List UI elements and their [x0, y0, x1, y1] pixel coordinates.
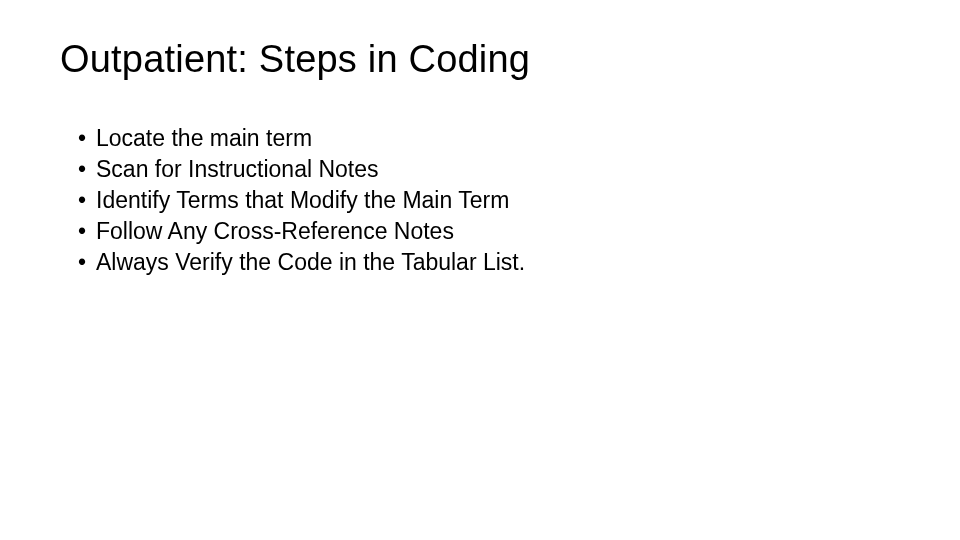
bullet-list: Locate the main term Scan for Instructio…	[60, 123, 900, 278]
list-item: Locate the main term	[82, 123, 900, 154]
list-item: Always Verify the Code in the Tabular Li…	[82, 247, 900, 278]
slide-title: Outpatient: Steps in Coding	[60, 38, 900, 81]
list-item: Scan for Instructional Notes	[82, 154, 900, 185]
list-item: Follow Any Cross-Reference Notes	[82, 216, 900, 247]
slide: Outpatient: Steps in Coding Locate the m…	[0, 0, 960, 278]
list-item: Identify Terms that Modify the Main Term	[82, 185, 900, 216]
